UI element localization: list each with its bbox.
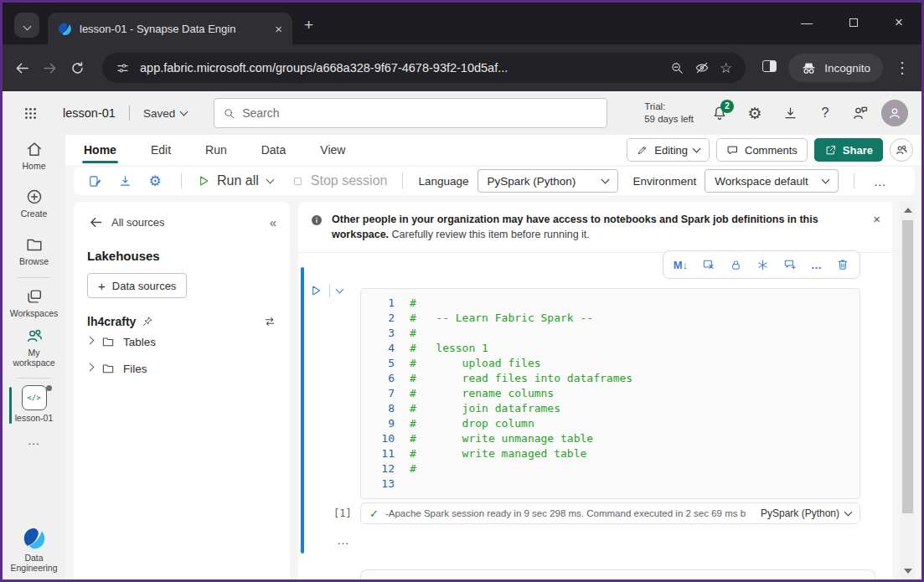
side-panel-button[interactable] [762, 60, 777, 75]
tab-data[interactable]: Data [260, 136, 288, 163]
window-minimize-button[interactable]: — [801, 16, 813, 29]
cell-more-button[interactable]: … [811, 259, 822, 271]
url-text[interactable]: app.fabric.microsoft.com/groups/a668a328… [140, 61, 660, 75]
tree-item-tables[interactable]: Tables [87, 328, 276, 355]
sidebar-item-workspaces[interactable]: Workspaces [3, 287, 65, 318]
window-maximize-button[interactable] [849, 16, 858, 29]
tree-item-files[interactable]: Files [87, 355, 276, 382]
tab-close-icon[interactable]: × [275, 22, 282, 36]
scrollbar-thumb[interactable] [902, 220, 913, 513]
save-button[interactable] [84, 167, 106, 195]
notebook-canvas: Other people in your organization may ha… [298, 202, 892, 579]
download-icon [118, 174, 132, 188]
browser-tab[interactable]: lesson-01 - Synapse Data Engin × [48, 13, 292, 44]
save-icon [88, 174, 102, 188]
reload-button[interactable] [70, 59, 85, 76]
viewers-button[interactable] [890, 138, 913, 162]
zoom-out-icon[interactable] [670, 61, 684, 75]
scroll-down-arrow[interactable] [904, 569, 912, 574]
address-bar[interactable]: app.fabric.microsoft.com/groups/a668a328… [102, 53, 746, 83]
editing-label: Editing [654, 144, 688, 157]
forward-button[interactable] [42, 59, 58, 76]
site-info-icon[interactable] [116, 61, 130, 75]
execution-count: [1] [333, 507, 360, 519]
sidebar-item-home[interactable]: Home [3, 140, 65, 171]
more-commands-button[interactable]: … [870, 167, 890, 195]
tab-run[interactable]: Run [204, 136, 229, 163]
sidebar-item-create[interactable]: Create [3, 188, 65, 219]
people-icon [895, 143, 908, 157]
feedback-button[interactable] [846, 99, 875, 127]
new-tab-button[interactable]: + [304, 16, 313, 34]
code-editor[interactable]: 1# 2# -- Learn Fabric Spark -- 3# 4# les… [360, 288, 860, 499]
sidebar-item-lesson-01[interactable]: </> lesson-01 [3, 385, 65, 423]
switch-lakehouse-icon[interactable] [263, 315, 276, 328]
help-button[interactable]: ? [811, 99, 839, 127]
stop-session-button[interactable]: Stop session [292, 167, 388, 195]
chevron-down-icon [822, 176, 830, 184]
sidebar-item-my-workspace[interactable]: My workspace [3, 327, 65, 368]
chevron-down-icon[interactable] [266, 176, 274, 184]
run-cell-button[interactable] [309, 284, 323, 297]
chevron-right-icon[interactable] [86, 337, 95, 345]
sidebar-item-browse[interactable]: Browse [3, 235, 65, 266]
settings-button[interactable]: ⚙ [741, 99, 769, 127]
bookmark-star-icon[interactable]: ☆ [720, 59, 732, 77]
kernel-dropdown[interactable]: PySpark (Python) [761, 507, 851, 519]
notebook-settings-button[interactable]: ⚙ [144, 167, 166, 195]
banner-close-button[interactable]: × [873, 212, 880, 226]
code-line: 6# read files into dataframes [361, 371, 859, 386]
export-button[interactable] [114, 167, 136, 195]
freeze-cell-button[interactable] [756, 259, 769, 271]
tab-edit[interactable]: Edit [149, 136, 173, 163]
add-data-sources-button[interactable]: + Data sources [87, 273, 187, 298]
environment-dropdown[interactable]: Workspace default [705, 169, 839, 193]
notebook-scrollbar[interactable] [901, 202, 915, 579]
comments-button[interactable]: Comments [716, 138, 808, 162]
add-comment-button[interactable] [783, 258, 797, 271]
avatar[interactable] [881, 100, 908, 126]
chevron-down-icon[interactable] [336, 286, 344, 294]
trial-status: Trial: 59 days left [644, 100, 694, 126]
code-line: 8# join dataframes [361, 401, 859, 416]
trial-label: Trial: [644, 100, 694, 113]
run-all-button[interactable]: Run all [197, 167, 259, 195]
back-button[interactable] [14, 59, 30, 76]
pin-icon[interactable] [142, 316, 153, 327]
tab-view[interactable]: View [318, 136, 347, 163]
scroll-up-arrow[interactable] [904, 208, 912, 213]
editing-mode-dropdown[interactable]: Editing [627, 138, 710, 162]
waffle-menu-button[interactable] [16, 99, 44, 127]
downloads-button[interactable] [776, 99, 804, 127]
global-search[interactable] [214, 98, 607, 128]
window-close-button[interactable]: × [895, 14, 903, 31]
rail-more-button[interactable]: … [28, 433, 41, 447]
all-sources-back-button[interactable] [87, 214, 104, 230]
lakehouse-name[interactable]: lh4crafty [87, 315, 136, 328]
language-dropdown[interactable]: PySpark (Python) [477, 169, 618, 193]
to-markdown-button[interactable]: M↓ [674, 259, 688, 271]
tab-home[interactable]: Home [82, 136, 118, 163]
cell-more-indicator[interactable]: … [337, 533, 892, 547]
lock-cell-button[interactable] [730, 259, 742, 271]
sidebar-item-label: Home [22, 161, 45, 171]
save-status-dropdown[interactable]: Saved [143, 107, 187, 120]
clear-output-button[interactable] [702, 258, 715, 271]
delete-cell-button[interactable] [836, 258, 849, 271]
chevron-right-icon[interactable] [86, 363, 95, 372]
notifications-button[interactable]: 2 [705, 99, 734, 127]
search-input[interactable] [242, 106, 598, 120]
tab-search-button[interactable] [14, 13, 39, 38]
browser-tab-strip: lesson-01 - Synapse Data Engin × + — × [3, 3, 921, 44]
trash-icon [836, 258, 849, 271]
share-button[interactable]: Share [814, 138, 883, 162]
browser-menu-button[interactable]: ⋮ [895, 59, 910, 77]
eye-off-icon[interactable] [694, 60, 710, 75]
line-number: 9 [361, 416, 395, 431]
code-text: # write managed table [410, 446, 586, 461]
cell-output-status[interactable]: ✓ -Apache Spark session ready in 9 sec 2… [360, 502, 860, 524]
chevron-down-icon [693, 145, 701, 153]
collapse-panel-button[interactable]: « [270, 215, 276, 229]
next-cell-preview[interactable] [360, 569, 875, 579]
sidebar-item-data-engineering[interactable]: Data Engineering [3, 527, 65, 573]
